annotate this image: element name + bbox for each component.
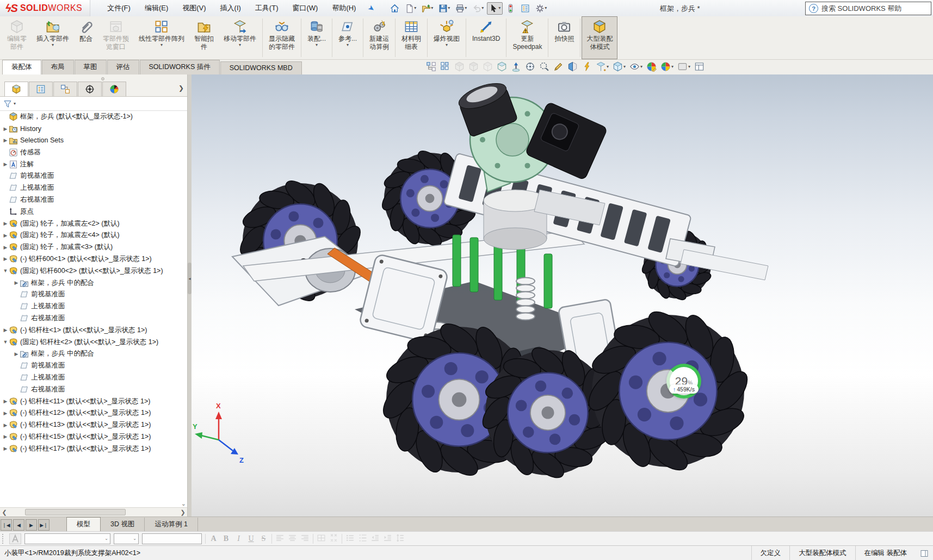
rebuild-traffic-light-button[interactable]	[504, 2, 517, 15]
hide-component-button[interactable]	[454, 61, 465, 72]
expand-arrow[interactable]: ▶	[13, 280, 20, 285]
prev-tab-button[interactable]: ◀	[13, 519, 24, 531]
view-settings-button[interactable]: ▾	[677, 61, 690, 72]
bullet-list-button[interactable]	[345, 533, 355, 544]
scroll-thumb[interactable]	[25, 509, 126, 515]
menu-edit[interactable]: 编辑(E)	[138, 1, 175, 16]
dropdown-caret[interactable]: ▾	[448, 6, 450, 10]
font-size-combo[interactable]: ⌄	[114, 533, 139, 544]
tree-item[interactable]: 前视基准面	[0, 289, 187, 301]
undo-button[interactable]: ▾	[470, 2, 486, 15]
expand-arrow[interactable]: ▶	[2, 410, 9, 416]
tree-item[interactable]: ▶(固定) 轮子，加减震<3> (默认)	[0, 241, 187, 253]
scroll-left-arrow[interactable]: ❮	[0, 508, 9, 516]
tree-item[interactable]: ▶(-) 铝杆柱<12> (默认<<默认>_显示状态 1>)	[0, 407, 187, 419]
linear-pattern-button[interactable]: 线性零部件阵列▾	[134, 16, 189, 59]
last-tab-button[interactable]: ▶❘	[38, 519, 50, 531]
expand-arrow[interactable]: ▶	[2, 126, 9, 132]
open-button[interactable]: ▾	[419, 2, 435, 15]
tree-item[interactable]: 传感器	[0, 146, 187, 158]
tree-item[interactable]: 右视基准面	[0, 194, 187, 206]
apply-scene-button[interactable]: ▾	[660, 61, 674, 72]
dropdown-caret[interactable]: ▾	[347, 43, 349, 47]
edit-component-button[interactable]: 编辑零部件	[2, 16, 32, 59]
tree-item[interactable]: ▼(固定) 铝杆600<2> (默认<<默认>_显示状态 1>)	[0, 265, 187, 277]
help-search-box[interactable]: ? 搜索 SOLIDWORKS 帮助	[805, 2, 931, 15]
align-center-button[interactable]	[288, 533, 297, 544]
tree-scroll-down-arrow[interactable]: ⌄	[181, 500, 186, 507]
dropdown-caret[interactable]: ▾	[316, 43, 318, 47]
tree-item[interactable]: 前视基准面	[0, 170, 187, 182]
take-snapshot-button[interactable]: 拍快照	[549, 16, 579, 59]
task-pane-icon[interactable]	[920, 549, 929, 558]
dropdown-caret[interactable]: ▾	[640, 65, 642, 69]
dropdown-caret[interactable]: ▾	[52, 43, 54, 47]
stacked-dimension-button[interactable]	[329, 533, 338, 544]
expand-arrow-open[interactable]: ▼	[2, 339, 9, 345]
tree-item[interactable]: 框架，步兵 (默认<默认_显示状态-1>)	[0, 111, 187, 123]
ribbon-tab-3[interactable]: 评估	[107, 60, 139, 74]
document-tab-2[interactable]: 运动算例 1	[145, 518, 197, 532]
tree-item[interactable]: ▶框架，步兵 中的配合	[0, 277, 187, 289]
expand-arrow[interactable]: ▶	[2, 221, 9, 226]
component-pattern-tree-button[interactable]	[440, 61, 450, 72]
panel-tab-configurations[interactable]	[53, 82, 77, 96]
panel-grip[interactable]	[0, 74, 187, 82]
tree-item[interactable]: 右视基准面	[0, 313, 187, 325]
expand-arrow[interactable]: ▶	[2, 256, 9, 262]
expand-arrow[interactable]: ▶	[2, 161, 9, 167]
tree-item[interactable]: 原点	[0, 206, 187, 217]
tree-item[interactable]: ▶Selection Sets	[0, 135, 187, 147]
expand-arrow-open[interactable]: ▼	[2, 268, 9, 273]
dropdown-caret[interactable]: ▾	[414, 6, 416, 10]
show-hidden-components-button[interactable]: 显示隐藏的零部件	[264, 16, 300, 59]
menu-tools[interactable]: 工具(T)	[248, 1, 286, 16]
smart-fasteners-button[interactable]: 智能扣件	[189, 16, 219, 59]
font-name-combo[interactable]: ⌄	[24, 533, 110, 544]
font-height-box[interactable]	[142, 533, 202, 544]
bill-of-materials-button[interactable]: 材料明细表	[397, 16, 426, 59]
tree-item[interactable]: ▶(固定) 轮子，加减震左<4> (默认)	[0, 229, 187, 241]
align-left-button[interactable]	[275, 533, 285, 544]
hide-show-items-button[interactable]: ▾	[629, 61, 642, 72]
reference-geometry-button[interactable]: 参考...▾	[333, 16, 362, 59]
tree-item[interactable]: ▶(-) 铝杆600<1> (默认<<默认>_显示状态 1>)	[0, 253, 187, 265]
expand-arrow[interactable]: ▶	[2, 399, 9, 404]
pin-icon[interactable]: ➤	[367, 3, 377, 14]
tree-horizontal-scrollbar[interactable]: ❮ ❯	[0, 507, 187, 517]
tree-item[interactable]: 上视基准面	[0, 372, 187, 384]
component-preview-button[interactable]: 零部件预览窗口	[98, 16, 134, 59]
ribbon-tab-0[interactable]: 装配体	[2, 60, 41, 74]
filter-dropdown-caret[interactable]: ▾	[14, 102, 16, 106]
expand-arrow[interactable]: ▶	[13, 351, 20, 357]
display-style-button[interactable]: ▾	[613, 61, 626, 72]
dropdown-caret[interactable]: ▾	[623, 65, 626, 69]
normal-to-button[interactable]	[511, 61, 521, 72]
expand-arrow[interactable]: ▶	[2, 422, 9, 428]
ribbon-tab-1[interactable]: 布局	[42, 60, 74, 74]
panel-splitter[interactable]: ◂	[188, 74, 191, 517]
panel-tab-featuremanager[interactable]	[4, 82, 28, 96]
change-transparency-button[interactable]	[483, 61, 493, 72]
menu-file[interactable]: 文件(F)	[100, 1, 138, 16]
show-with-dependents-button[interactable]	[468, 61, 479, 72]
next-tab-button[interactable]: ▶	[26, 519, 37, 531]
align-right-button[interactable]	[300, 533, 310, 544]
increase-indent-button[interactable]	[383, 533, 392, 544]
tree-item[interactable]: ▶注解	[0, 158, 187, 170]
measure-button[interactable]	[553, 61, 564, 72]
tree-item[interactable]: ▶(固定) 轮子，加减震左<2> (默认)	[0, 217, 187, 229]
format-italic-button[interactable]: I	[234, 534, 243, 543]
first-tab-button[interactable]: ❘◀	[1, 519, 12, 531]
tree-item[interactable]: ▶(-) 铝杆柱<1> (默认<<默认>_显示状态 1>)	[0, 324, 187, 336]
decrease-indent-button[interactable]	[370, 533, 380, 544]
expand-arrow[interactable]: ▶	[2, 446, 9, 451]
tree-item[interactable]: 前视基准面	[0, 360, 187, 372]
edit-appearance-button[interactable]	[646, 61, 657, 72]
scroll-right-arrow[interactable]: ❯	[178, 508, 187, 516]
expand-arrow[interactable]: ▶	[2, 138, 9, 143]
dropdown-caret[interactable]: ▾	[446, 43, 448, 47]
tree-item[interactable]: ▶(-) 铝杆柱<11> (默认<<默认>_显示状态 1>)	[0, 395, 187, 407]
tree-item[interactable]: 右视基准面	[0, 383, 187, 395]
show-flyout-tree-button[interactable]	[426, 61, 436, 72]
